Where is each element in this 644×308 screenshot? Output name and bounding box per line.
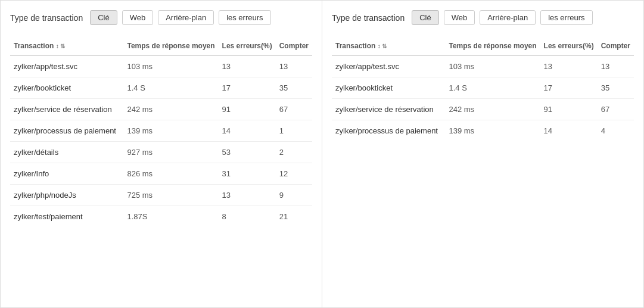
avg-response: 242 ms xyxy=(123,99,218,120)
filter-label: Type de transaction xyxy=(332,13,405,23)
error-pct: 14 xyxy=(540,120,598,142)
col-header-errors: Les erreurs(%) xyxy=(219,37,276,55)
count: 35 xyxy=(276,77,312,99)
count: 2 xyxy=(276,142,312,163)
avg-response: 1.4 S xyxy=(445,77,540,99)
avg-response: 139 ms xyxy=(123,120,218,142)
avg-response: 725 ms xyxy=(123,185,218,206)
table-row: zylker/détails927 ms532 xyxy=(10,142,312,163)
transaction-name: zylker/bookticket xyxy=(332,77,445,99)
transaction-table: Transaction ↕Temps de réponse moyenLes e… xyxy=(10,37,312,227)
transaction-name: zylker/bookticket xyxy=(10,77,123,99)
table-row: zylker/processus de paiement139 ms141 xyxy=(10,120,312,142)
count: 67 xyxy=(276,99,312,120)
count: 35 xyxy=(598,77,634,99)
col-header-count: Compter xyxy=(276,37,312,55)
error-pct: 91 xyxy=(219,99,276,120)
count: 21 xyxy=(276,206,312,228)
transaction-name: zylker/service de réservation xyxy=(332,99,445,120)
filter-btn-les-erreurs[interactable]: les erreurs xyxy=(540,10,592,25)
transaction-name: zylker/processus de paiement xyxy=(10,120,123,142)
table-row: zylker/php/nodeJs725 ms139 xyxy=(10,185,312,206)
transaction-table: Transaction ↕Temps de réponse moyenLes e… xyxy=(332,37,634,141)
transaction-name: zylker/php/nodeJs xyxy=(10,185,123,206)
table-row: zylker/bookticket1.4 S1735 xyxy=(10,77,312,99)
count: 13 xyxy=(598,55,634,77)
error-pct: 17 xyxy=(540,77,598,99)
table-row: zylker/bookticket1.4 S1735 xyxy=(332,77,634,99)
transaction-name: zylker/service de réservation xyxy=(10,99,123,120)
avg-response: 1.4 S xyxy=(123,77,218,99)
count: 13 xyxy=(276,55,312,77)
filter-btn-clé[interactable]: Clé xyxy=(412,10,439,25)
error-pct: 13 xyxy=(540,55,598,77)
table-row: zylker/Info826 ms3112 xyxy=(10,163,312,185)
count: 67 xyxy=(598,99,634,120)
table-row: zylker/app/test.svc103 ms1313 xyxy=(332,55,634,77)
transaction-name: zylker/test/paiement xyxy=(10,206,123,228)
count: 1 xyxy=(276,120,312,142)
error-pct: 8 xyxy=(219,206,276,228)
count: 12 xyxy=(276,163,312,185)
col-header-transaction[interactable]: Transaction ↕ xyxy=(332,37,445,55)
table-row: zylker/service de réservation242 ms9167 xyxy=(10,99,312,120)
filter-row: Type de transactionCléWebArrière-planles… xyxy=(10,10,312,25)
table-row: zylker/app/test.svc103 ms1313 xyxy=(10,55,312,77)
avg-response: 139 ms xyxy=(445,120,540,142)
col-header-avg_response: Temps de réponse moyen xyxy=(123,37,218,55)
col-header-avg_response: Temps de réponse moyen xyxy=(445,37,540,55)
transaction-name: zylker/app/test.svc xyxy=(332,55,445,77)
error-pct: 14 xyxy=(219,120,276,142)
error-pct: 91 xyxy=(540,99,598,120)
avg-response: 1.87S xyxy=(123,206,218,228)
avg-response: 103 ms xyxy=(123,55,218,77)
error-pct: 31 xyxy=(219,163,276,185)
count: 9 xyxy=(276,185,312,206)
error-pct: 13 xyxy=(219,55,276,77)
table-row: zylker/service de réservation242 ms9167 xyxy=(332,99,634,120)
col-header-count: Compter xyxy=(598,37,634,55)
avg-response: 927 ms xyxy=(123,142,218,163)
sort-icon: ↕ xyxy=(56,43,59,49)
transaction-name: zylker/détails xyxy=(10,142,123,163)
sort-icon: ↕ xyxy=(378,43,381,49)
error-pct: 13 xyxy=(219,185,276,206)
filter-btn-les-erreurs[interactable]: les erreurs xyxy=(219,10,270,25)
filter-btn-web[interactable]: Web xyxy=(122,10,154,25)
col-header-errors: Les erreurs(%) xyxy=(540,37,598,55)
table-row: zylker/processus de paiement139 ms144 xyxy=(332,120,634,142)
transaction-name: zylker/Info xyxy=(10,163,123,185)
error-pct: 17 xyxy=(219,77,276,99)
transaction-name: zylker/processus de paiement xyxy=(332,120,445,142)
error-pct: 53 xyxy=(219,142,276,163)
filter-btn-arrière-plan[interactable]: Arrière-plan xyxy=(158,10,214,25)
filter-btn-arrière-plan[interactable]: Arrière-plan xyxy=(480,10,536,25)
filter-btn-web[interactable]: Web xyxy=(444,10,475,25)
col-header-transaction[interactable]: Transaction ↕ xyxy=(10,37,123,55)
panel-2: Type de transactionCléWebArrière-planles… xyxy=(322,0,644,308)
filter-row: Type de transactionCléWebArrière-planles… xyxy=(332,10,634,25)
filter-label: Type de transaction xyxy=(10,13,83,23)
transaction-name: zylker/app/test.svc xyxy=(10,55,123,77)
count: 4 xyxy=(598,120,634,142)
panel-1: Type de transactionCléWebArrière-planles… xyxy=(0,0,322,308)
avg-response: 826 ms xyxy=(123,163,218,185)
avg-response: 242 ms xyxy=(445,99,540,120)
table-row: zylker/test/paiement1.87S821 xyxy=(10,206,312,228)
avg-response: 103 ms xyxy=(445,55,540,77)
filter-btn-clé[interactable]: Clé xyxy=(90,10,117,25)
